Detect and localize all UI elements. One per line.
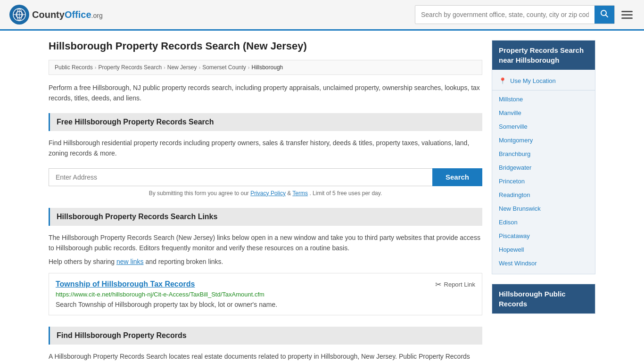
free-search-section: Free Hillsborough Property Records Searc… xyxy=(49,113,482,197)
logo-area: CountyOffice.org xyxy=(9,5,103,25)
find-records-section: Find Hillsborough Property Records A Hil… xyxy=(49,327,482,362)
breadcrumb-public-records[interactable]: Public Records xyxy=(55,64,93,71)
record-link-header: Township of Hillsborough Tax Records ✂ R… xyxy=(56,280,475,289)
content-area: Hillsborough Property Records Search (Ne… xyxy=(49,40,482,362)
record-link-card: Township of Hillsborough Tax Records ✂ R… xyxy=(49,273,482,315)
free-search-header: Free Hillsborough Property Records Searc… xyxy=(49,113,482,131)
logo-icon xyxy=(9,5,29,25)
privacy-policy-link[interactable]: Privacy Policy xyxy=(250,190,286,197)
hamburger-menu-button[interactable] xyxy=(619,9,635,21)
breadcrumb-hillsborough: Hillsborough xyxy=(252,64,283,71)
sidebar-divider-1 xyxy=(492,90,595,90)
sidebar-link-hopewell[interactable]: Hopewell xyxy=(492,243,595,256)
find-records-header: Find Hillsborough Property Records xyxy=(49,327,482,345)
sidebar-link-millstone[interactable]: Millstone xyxy=(492,92,595,106)
sidebar-link-branchburg[interactable]: Branchburg xyxy=(492,147,595,161)
svg-line-6 xyxy=(606,15,608,17)
sidebar-link-bridgewater[interactable]: Bridgewater xyxy=(492,161,595,174)
record-link-title[interactable]: Township of Hillsborough Tax Records xyxy=(56,280,195,288)
hamburger-line-1 xyxy=(621,11,633,12)
search-button[interactable]: Search xyxy=(432,168,482,186)
report-icon: ✂ xyxy=(435,280,441,289)
location-icon: 📍 xyxy=(499,77,506,84)
site-header: CountyOffice.org xyxy=(0,0,644,31)
header-search-input[interactable] xyxy=(415,7,594,22)
report-link-button[interactable]: ✂ Report Link xyxy=(435,280,475,289)
sidebar-link-princeton[interactable]: Princeton xyxy=(492,174,595,188)
page-title: Hillsborough Property Records Search (Ne… xyxy=(49,40,482,52)
breadcrumb: Public Records › Property Records Search… xyxy=(49,60,482,75)
nearby-records-content: 📍 Use My Location Millstone Manville Som… xyxy=(492,70,595,274)
main-container: Hillsborough Property Records Search (Ne… xyxy=(39,31,605,362)
breadcrumb-property-records-search[interactable]: Property Records Search xyxy=(98,64,162,71)
page-description: Perform a free Hillsborough, NJ public p… xyxy=(49,82,482,104)
terms-link[interactable]: Terms xyxy=(292,190,308,197)
help-text: Help others by sharing new links and rep… xyxy=(49,258,482,265)
hamburger-line-3 xyxy=(621,17,633,19)
links-section-header: Hillsborough Property Records Search Lin… xyxy=(49,208,482,226)
links-description: The Hillsborough Property Records Search… xyxy=(49,232,482,254)
breadcrumb-somerset-county[interactable]: Somerset County xyxy=(202,64,246,71)
sidebar: Property Records Search near Hillsboroug… xyxy=(492,40,595,362)
header-right xyxy=(415,5,635,24)
use-my-location-button[interactable]: 📍 Use My Location xyxy=(492,74,595,88)
sidebar-link-new-brunswick[interactable]: New Brunswick xyxy=(492,202,595,215)
sidebar-link-manville[interactable]: Manville xyxy=(492,106,595,120)
sidebar-link-west-windsor[interactable]: West Windsor xyxy=(492,256,595,270)
free-search-description: Find Hillsborough residential property r… xyxy=(49,138,482,159)
sidebar-link-readington[interactable]: Readington xyxy=(492,188,595,202)
public-records-header: Hillsborough Public Records xyxy=(492,284,595,313)
record-link-url: https://www.cit-e.net/hillsborough-nj/Ci… xyxy=(56,291,475,298)
header-search-button[interactable] xyxy=(594,6,614,24)
form-disclaimer: By submitting this form you agree to our… xyxy=(49,190,482,197)
public-records-box: Hillsborough Public Records xyxy=(492,284,595,314)
sidebar-link-somerville[interactable]: Somerville xyxy=(492,120,595,133)
breadcrumb-new-jersey[interactable]: New Jersey xyxy=(167,64,197,71)
logo-text: CountyOffice.org xyxy=(32,9,103,20)
address-input[interactable] xyxy=(49,168,432,186)
header-search-wrapper xyxy=(415,5,615,24)
nearby-records-box: Property Records Search near Hillsboroug… xyxy=(492,40,595,274)
links-section: Hillsborough Property Records Search Lin… xyxy=(49,208,482,316)
nearby-records-header: Property Records Search near Hillsboroug… xyxy=(492,41,595,70)
sidebar-link-montgomery[interactable]: Montgomery xyxy=(492,133,595,147)
sidebar-link-edison[interactable]: Edison xyxy=(492,215,595,229)
new-links-link[interactable]: new links xyxy=(116,258,144,265)
sidebar-link-piscataway[interactable]: Piscataway xyxy=(492,229,595,243)
address-form: Search xyxy=(49,168,482,186)
record-link-description: Search Township of Hillsborough property… xyxy=(56,301,475,308)
find-records-description: A Hillsborough Property Records Search l… xyxy=(49,351,482,362)
hamburger-line-2 xyxy=(621,14,633,16)
